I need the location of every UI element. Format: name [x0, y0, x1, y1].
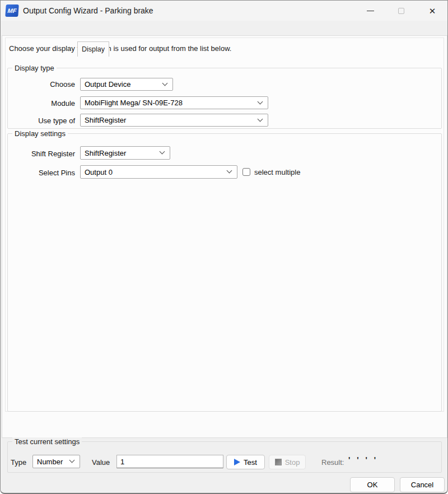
- select-multiple-checkbox[interactable]: [242, 168, 250, 176]
- module-dropdown-value: MobiFlight Mega/ SN-09E-728: [85, 99, 183, 107]
- window-title: Output Config Wizard - Parking brake: [23, 1, 153, 21]
- chevron-down-icon: [162, 80, 168, 86]
- ok-button[interactable]: OK: [350, 477, 395, 492]
- output-config-wizard-window: MF Output Config Wizard - Parking brake …: [0, 0, 448, 494]
- result-label: Result:: [321, 458, 344, 467]
- test-type-dropdown[interactable]: Number: [32, 455, 80, 468]
- maximize-button[interactable]: [388, 1, 414, 21]
- test-type-dropdown-value: Number: [37, 458, 63, 466]
- test-value-input[interactable]: [116, 455, 223, 468]
- minimize-icon: [367, 11, 374, 11]
- choose-label: Choose: [1, 80, 75, 88]
- shift-register-dropdown-value: ShiftRegister: [85, 149, 126, 157]
- test-value-label: Value: [92, 458, 110, 467]
- test-type-label: Type: [11, 458, 26, 467]
- maximize-icon: [398, 8, 404, 14]
- chevron-down-icon: [227, 168, 232, 174]
- chevron-down-icon: [160, 149, 165, 155]
- test-button[interactable]: Test: [226, 455, 265, 469]
- choose-dropdown[interactable]: Output Device: [80, 78, 173, 91]
- module-label: Module: [1, 99, 75, 108]
- select-multiple-label: select multiple: [254, 168, 300, 176]
- select-pins-dropdown[interactable]: Output 0: [80, 165, 237, 179]
- test-settings-legend: Test current settings: [12, 437, 82, 446]
- mobiflight-logo-icon: MF: [5, 4, 19, 17]
- display-type-legend: Display type: [12, 64, 57, 72]
- select-pins-label: Select Pins: [1, 169, 75, 177]
- display-settings-legend: Display settings: [12, 129, 68, 138]
- tab-display[interactable]: Display: [77, 41, 109, 57]
- play-icon: [234, 459, 240, 465]
- instruction-text: Choose your display type which is used f…: [9, 44, 231, 53]
- chevron-down-icon: [258, 99, 263, 104]
- chevron-down-icon: [69, 458, 75, 463]
- tab-strip: Sim Variable Modify Display Precondition: [1, 21, 447, 36]
- stop-button-label: Stop: [285, 458, 300, 467]
- chevron-down-icon: [258, 116, 263, 122]
- select-pins-dropdown-value: Output 0: [85, 168, 113, 176]
- use-type-label: Use type of: [1, 116, 75, 125]
- choose-dropdown-value: Output Device: [85, 80, 130, 88]
- close-icon: ✕: [429, 7, 436, 15]
- module-dropdown[interactable]: MobiFlight Mega/ SN-09E-728: [80, 96, 268, 109]
- stop-icon: [275, 459, 282, 465]
- stop-button[interactable]: Stop: [269, 455, 306, 469]
- cancel-button[interactable]: Cancel: [400, 477, 445, 492]
- titlebar: MF Output Config Wizard - Parking brake …: [1, 1, 447, 21]
- test-button-label: Test: [244, 458, 257, 467]
- minimize-button[interactable]: [357, 1, 383, 21]
- shift-register-label: Shift Register: [1, 150, 75, 158]
- use-type-dropdown-value: ShiftRegister: [85, 116, 126, 124]
- result-value: ' ' ' ': [348, 455, 378, 464]
- close-button[interactable]: ✕: [419, 1, 445, 21]
- shift-register-dropdown[interactable]: ShiftRegister: [80, 146, 170, 160]
- use-type-dropdown[interactable]: ShiftRegister: [80, 114, 268, 127]
